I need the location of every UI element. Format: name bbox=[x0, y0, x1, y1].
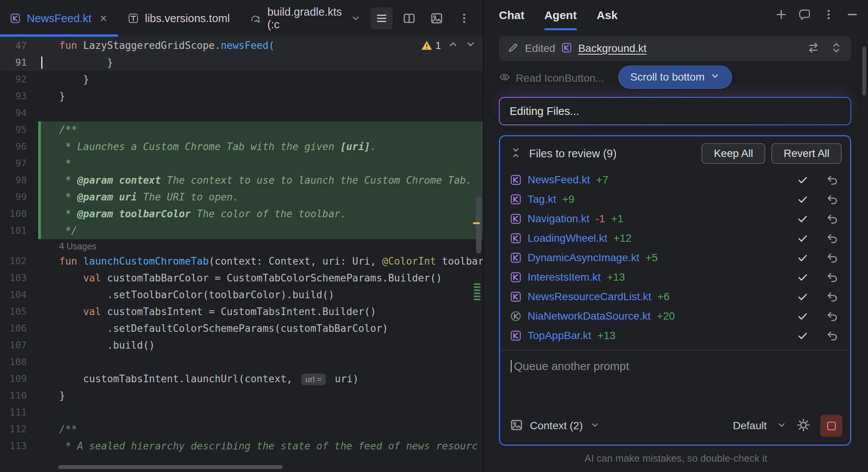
code-line[interactable]: 94 bbox=[0, 105, 483, 121]
code-area[interactable]: 91 }92 }93}9495/**96 * Launches a Custom… bbox=[0, 54, 483, 472]
code-line[interactable]: 102fun launchCustomChromeTab(context: Co… bbox=[0, 253, 483, 270]
change-stripe-mark[interactable] bbox=[474, 299, 481, 300]
code-line[interactable]: 96 * Launches a Custom Chrome Tab with t… bbox=[0, 138, 483, 155]
sticky-code-line[interactable]: 47 fun LazyStaggeredGridScope.newsFeed( … bbox=[0, 37, 483, 54]
read-file-row: Read IconButton... Scroll to bottom bbox=[499, 67, 851, 89]
chevron-down-icon[interactable] bbox=[351, 13, 361, 23]
attach-image-icon[interactable] bbox=[510, 419, 523, 433]
edited-file-link[interactable]: Background.kt bbox=[578, 42, 646, 55]
accept-file-icon[interactable] bbox=[797, 252, 809, 264]
close-tab-icon[interactable] bbox=[99, 14, 108, 23]
code-line[interactable]: 105 val customTabsIntent = CustomTabsInt… bbox=[0, 303, 483, 320]
previous-warning-icon[interactable] bbox=[448, 39, 458, 52]
code-line[interactable]: 92 } bbox=[0, 71, 483, 88]
code-line[interactable]: 109 customTabsIntent.launchUrl(context, … bbox=[0, 370, 483, 387]
accept-file-icon[interactable] bbox=[797, 291, 809, 303]
revert-file-icon[interactable] bbox=[826, 174, 839, 186]
review-file-link[interactable]: LoadingWheel.kt bbox=[528, 232, 607, 244]
change-stripe-mark[interactable] bbox=[474, 296, 481, 297]
code-line[interactable]: 98 * @param context The context to use t… bbox=[0, 172, 483, 189]
split-editor-icon[interactable] bbox=[398, 7, 420, 29]
code-line[interactable]: 110} bbox=[0, 387, 483, 404]
prompt-input[interactable]: Queue another prompt bbox=[500, 350, 850, 415]
plus-icon[interactable] bbox=[775, 8, 788, 23]
code-line[interactable]: 97 * bbox=[0, 155, 483, 172]
accept-file-icon[interactable] bbox=[797, 310, 809, 322]
code-line[interactable]: 106 .setDefaultColorSchemeParams(customT… bbox=[0, 320, 483, 337]
editor-horizontal-scrollbar[interactable] bbox=[58, 465, 283, 469]
tab-newsfeed-kt[interactable]: NewsFeed.kt bbox=[0, 0, 118, 37]
revert-all-button[interactable]: Revert All bbox=[771, 143, 842, 164]
code-line[interactable]: 100 * @param toolbarColor The color of t… bbox=[0, 205, 483, 222]
tab-build-gradle-kts[interactable]: build.gradle.kts (:c bbox=[240, 0, 371, 37]
tab-libs-versions-toml[interactable]: libs.versions.toml bbox=[118, 0, 240, 37]
revert-file-icon[interactable] bbox=[826, 291, 839, 303]
review-file-link[interactable]: Tag.kt bbox=[528, 193, 556, 205]
revert-file-icon[interactable] bbox=[826, 271, 839, 283]
change-stripe-mark[interactable] bbox=[474, 283, 481, 285]
more-kebab-icon[interactable] bbox=[822, 8, 835, 23]
usages-inlay-row[interactable]: 4 Usages bbox=[0, 239, 483, 253]
line-content: val customTabsIntent = CustomTabsIntent.… bbox=[38, 303, 483, 320]
context-selector[interactable]: Context (2) bbox=[530, 420, 583, 432]
review-file-link[interactable]: TopAppBar.kt bbox=[528, 330, 591, 342]
minimize-icon[interactable] bbox=[846, 8, 859, 23]
revert-file-icon[interactable] bbox=[826, 193, 839, 205]
code-line[interactable]: 101 */ bbox=[0, 222, 483, 239]
accept-file-icon[interactable] bbox=[797, 232, 809, 244]
code-line[interactable]: 93} bbox=[0, 88, 483, 105]
warning-stripe-mark[interactable] bbox=[473, 222, 480, 224]
review-file-link[interactable]: NiaNetworkDataSource.kt bbox=[528, 310, 651, 322]
code-line[interactable]: 104 .setToolbarColor(toolbarColor).build… bbox=[0, 286, 483, 303]
accept-file-icon[interactable] bbox=[797, 193, 809, 205]
review-file-link[interactable]: InterestsItem.kt bbox=[528, 271, 601, 283]
scroll-to-bottom-button[interactable]: Scroll to bottom bbox=[619, 66, 732, 89]
code-line[interactable]: 107 .build() bbox=[0, 337, 483, 354]
code-line[interactable]: 99 * @param uri The URI to open. bbox=[0, 189, 483, 205]
change-stripe-mark[interactable] bbox=[474, 286, 481, 288]
code-line[interactable]: 103 val customTabBarColor = CustomTabCol… bbox=[0, 270, 483, 286]
more-kebab-icon[interactable] bbox=[453, 7, 475, 29]
code-line[interactable]: 112/** bbox=[0, 421, 483, 438]
gear-icon[interactable] bbox=[797, 418, 810, 433]
revert-file-icon[interactable] bbox=[826, 213, 839, 225]
code-line[interactable]: 111 bbox=[0, 404, 483, 421]
tab-agent[interactable]: Agent bbox=[544, 0, 577, 30]
model-selector[interactable]: Default bbox=[733, 420, 767, 432]
accept-file-icon[interactable] bbox=[797, 174, 809, 186]
next-warning-icon[interactable] bbox=[465, 39, 476, 52]
change-stripe-mark[interactable] bbox=[474, 289, 481, 291]
change-stripe-mark[interactable] bbox=[474, 293, 481, 294]
list-icon[interactable] bbox=[371, 7, 393, 29]
chat-scrollbar[interactable] bbox=[862, 47, 866, 95]
review-file-link[interactable]: Navigation.kt bbox=[528, 213, 589, 225]
chat-bubble-icon[interactable] bbox=[798, 8, 811, 23]
warning-icon[interactable]: 1 bbox=[421, 40, 441, 51]
code-line[interactable]: 113 * A sealed hierarchy describing the … bbox=[0, 438, 483, 454]
tab-chat[interactable]: Chat bbox=[499, 0, 525, 30]
expand-icon[interactable] bbox=[830, 41, 843, 56]
revert-file-icon[interactable] bbox=[826, 232, 839, 244]
revert-file-icon[interactable] bbox=[826, 310, 839, 322]
image-icon[interactable] bbox=[426, 7, 448, 29]
code-line[interactable]: 91 } bbox=[0, 54, 483, 71]
code-line[interactable]: 108 bbox=[0, 354, 483, 370]
keep-all-button[interactable]: Keep All bbox=[701, 143, 765, 164]
open-diff-icon[interactable] bbox=[807, 41, 820, 56]
collapse-icon[interactable] bbox=[510, 147, 521, 160]
editor-vertical-scrollbar[interactable] bbox=[476, 196, 481, 254]
tab-ask[interactable]: Ask bbox=[597, 0, 618, 30]
accept-file-icon[interactable] bbox=[797, 330, 809, 342]
accept-file-icon[interactable] bbox=[797, 213, 809, 225]
chevron-down-icon[interactable] bbox=[590, 420, 600, 432]
review-file-link[interactable]: NewsResourceCardList.kt bbox=[528, 291, 651, 303]
review-file-link[interactable]: DynamicAsyncImage.kt bbox=[528, 252, 640, 264]
review-file-link[interactable]: NewsFeed.kt bbox=[528, 174, 590, 186]
edited-file-card[interactable]: Edited Background.kt bbox=[499, 36, 851, 61]
chevron-down-icon[interactable] bbox=[777, 420, 787, 432]
accept-file-icon[interactable] bbox=[797, 271, 809, 283]
code-line[interactable]: 95/** bbox=[0, 121, 483, 138]
stop-button[interactable] bbox=[820, 415, 842, 437]
revert-file-icon[interactable] bbox=[826, 330, 839, 342]
revert-file-icon[interactable] bbox=[826, 252, 839, 264]
